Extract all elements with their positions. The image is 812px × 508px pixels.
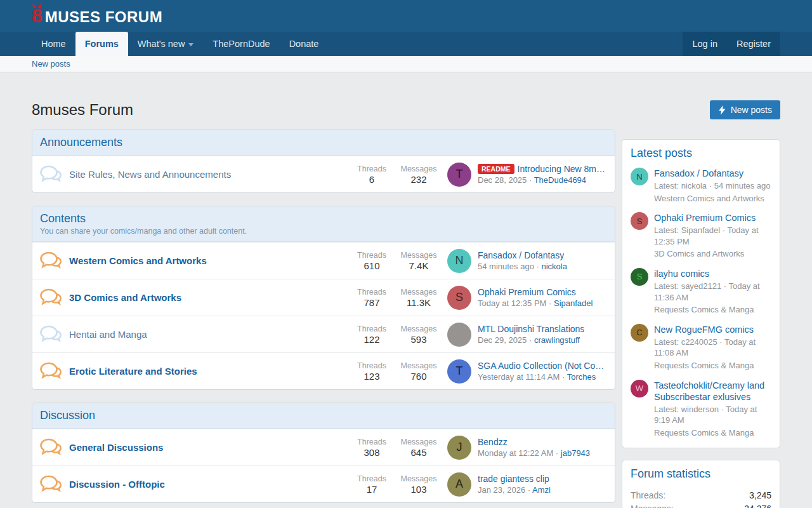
post-meta: Latest: nickola · 54 minutes ago xyxy=(654,180,771,192)
latest-meta: Jan 23, 2026 · Amzi xyxy=(478,485,551,495)
thread-link[interactable]: Tasteofchoklit/Creamy land Subscribestar… xyxy=(654,380,771,403)
avatar[interactable]: W xyxy=(631,380,648,398)
nav-spacer xyxy=(328,32,683,56)
avatar[interactable]: S xyxy=(631,212,648,230)
speech-bubbles-icon[interactable] xyxy=(39,361,69,382)
avatar-photo[interactable] xyxy=(447,323,471,347)
messages-stat: Messages 232 xyxy=(395,164,442,185)
latest-thread-link[interactable]: Introducing New 8muses ... xyxy=(518,164,608,174)
speech-bubbles-icon[interactable] xyxy=(39,288,69,308)
nav-item-donate[interactable]: Donate xyxy=(280,32,329,56)
messages-stat: Messages 7.4K xyxy=(395,251,442,271)
section-subtitle: You can share your comics/manga and othe… xyxy=(40,227,607,236)
threads-stat: Threads 123 xyxy=(348,361,395,382)
subnav-new-posts-link[interactable]: New posts xyxy=(32,59,70,69)
avatar[interactable]: J xyxy=(447,436,471,460)
sub-navbar: New posts xyxy=(0,56,812,72)
site-header: 8 MUSES FORUM Home Forums What's new The… xyxy=(0,0,812,72)
forum-row-general-discussions: General Discussions Threads 308 Messages… xyxy=(32,429,615,465)
forum-link[interactable]: General Discussions xyxy=(69,442,163,453)
section-header: Contents You can share your comics/manga… xyxy=(32,206,615,242)
forum-link[interactable]: Western Comics and Artworks xyxy=(69,255,207,266)
lightning-bolt-icon xyxy=(718,105,726,115)
latest-thread-link[interactable]: Ophaki Premium Comics xyxy=(478,287,576,297)
post-meta: Latest: sayed2121 · Today at 11:36 AM xyxy=(654,281,771,303)
threads-stat: Threads 610 xyxy=(348,251,395,271)
latest-user-link[interactable]: Amzi xyxy=(532,485,551,495)
forum-statistics-widget: Forum statistics Threads: 3,245 Messages… xyxy=(622,460,780,508)
messages-stat: Messages 645 xyxy=(395,438,442,458)
forum-link[interactable]: Hentai and Manga xyxy=(69,329,147,340)
forum-link[interactable]: Site Rules, News and Announcements xyxy=(69,169,231,180)
latest-user-link[interactable]: Torches xyxy=(567,372,596,382)
speech-bubbles-icon[interactable] xyxy=(39,251,69,271)
messages-stat: Messages 593 xyxy=(395,324,442,345)
latest-post: J Bendzz Monday at 12:22 AM · jab7943 xyxy=(442,436,608,460)
latest-thread-link[interactable]: Fansadox / Dofantasy xyxy=(478,250,564,260)
site-logo[interactable]: 8 MUSES FORUM xyxy=(32,6,162,26)
forum-name: General Discussions xyxy=(69,442,348,453)
avatar[interactable]: A xyxy=(447,472,471,497)
forum-list: Announcements Site Rules, News and Annou… xyxy=(32,130,615,508)
section-title: Contents xyxy=(40,212,607,225)
latest-post: A trade giantess clip Jan 23, 2026 · Amz… xyxy=(442,472,608,497)
threads-stat: Threads 308 xyxy=(348,438,395,458)
latest-thread-link[interactable]: SGA Audio Collection (Not Complet... xyxy=(478,361,608,371)
nav-item-home[interactable]: Home xyxy=(32,32,75,56)
nav-item-forums[interactable]: Forums xyxy=(75,32,128,56)
avatar[interactable]: N xyxy=(631,168,648,185)
latest-thread-link[interactable]: MTL Doujinshi Translations xyxy=(478,324,584,334)
thread-link[interactable]: ilayhu comics xyxy=(654,268,771,279)
new-posts-button[interactable]: New posts xyxy=(710,100,780,119)
forum-link[interactable]: Erotic Literature and Stories xyxy=(69,366,197,377)
latest-thread-link[interactable]: trade giantess clip xyxy=(478,474,549,484)
login-button[interactable]: Log in xyxy=(683,32,727,56)
nav-item-theporndude[interactable]: ThePornDude xyxy=(203,32,279,56)
latest-meta: Today at 12:35 PM · Sipanfadel xyxy=(478,298,593,308)
latest-posts-widget: Latest posts N Fansadox / Dofantasy Late… xyxy=(622,139,780,448)
latest-user-link[interactable]: nickola xyxy=(541,262,566,271)
stat-row-threads: Threads: 3,245 xyxy=(631,488,771,502)
forum-row-western-comics: Western Comics and Artworks Threads 610 … xyxy=(32,242,615,279)
latest-thread-link[interactable]: Bendzz xyxy=(478,437,508,447)
speech-bubbles-icon[interactable] xyxy=(39,324,69,345)
main-navbar: Home Forums What's new ThePornDude Donat… xyxy=(0,32,812,56)
latest-meta: Dec 28, 2025 · TheDude4694 xyxy=(478,175,608,185)
thread-link[interactable]: Fansadox / Dofantasy xyxy=(654,168,771,179)
avatar[interactable]: C xyxy=(631,324,648,342)
latest-post-item: N Fansadox / Dofantasy Latest: nickola ·… xyxy=(631,168,771,204)
latest-post: N Fansadox / Dofantasy 54 minutes ago · … xyxy=(442,249,608,273)
avatar[interactable]: N xyxy=(447,249,471,273)
latest-user-link[interactable]: crawlingstuff xyxy=(534,335,580,345)
avatar[interactable]: T xyxy=(447,359,471,384)
avatar[interactable]: S xyxy=(631,268,648,286)
register-button[interactable]: Register xyxy=(727,32,780,56)
thread-link[interactable]: New RogueFMG comics xyxy=(654,324,771,335)
speech-bubbles-icon[interactable] xyxy=(39,438,69,458)
messages-stat: Messages 103 xyxy=(395,474,442,495)
speech-bubbles-icon[interactable] xyxy=(39,164,69,185)
avatar[interactable]: T xyxy=(447,163,471,187)
post-meta: Latest: Sipanfadel · Today at 12:35 PM xyxy=(654,225,771,247)
post-category: Requests Comics & Manga xyxy=(654,304,771,316)
threads-stat: Threads 17 xyxy=(348,474,395,495)
forum-link[interactable]: 3D Comics and Artworks xyxy=(69,292,181,303)
sidebar: Latest posts N Fansadox / Dofantasy Late… xyxy=(622,139,780,508)
threads-stat: Threads 787 xyxy=(348,288,395,308)
latest-user-link[interactable]: jab7943 xyxy=(561,448,590,458)
forum-name: Western Comics and Artworks xyxy=(69,255,348,266)
thread-link[interactable]: Ophaki Premium Comics xyxy=(654,212,771,224)
readme-badge: README xyxy=(478,164,514,174)
forum-name: Discussion - Offtopic xyxy=(69,479,348,490)
latest-user-link[interactable]: TheDude4694 xyxy=(534,175,586,185)
latest-post: T README Introducing New 8muses ... Dec … xyxy=(442,163,608,187)
latest-post-item: S Ophaki Premium Comics Latest: Sipanfad… xyxy=(631,212,771,260)
stat-row-messages: Messages: 34,376 xyxy=(631,502,771,508)
latest-user-link[interactable]: Sipanfadel xyxy=(554,298,593,308)
forum-link[interactable]: Discussion - Offtopic xyxy=(69,479,165,490)
speech-bubbles-icon[interactable] xyxy=(39,474,69,495)
threads-stat: Threads 6 xyxy=(348,164,395,185)
forum-name: 3D Comics and Artworks xyxy=(69,292,348,303)
avatar[interactable]: S xyxy=(447,286,471,310)
nav-item-whats-new[interactable]: What's new xyxy=(128,32,204,56)
